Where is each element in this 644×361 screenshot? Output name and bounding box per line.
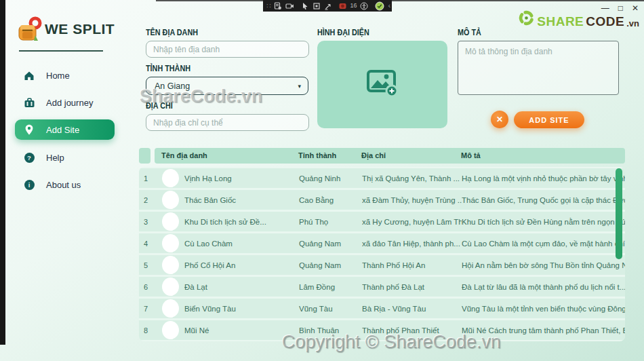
row-address: Thị xã Quảng Yên, Thành ... (362, 174, 462, 183)
address-label: ĐỊA CHỈ (146, 101, 173, 111)
address-input[interactable] (146, 114, 309, 131)
table-body: 1 Vịnh Hạ Long Quảng Ninh Thị xã Quảng Y… (139, 167, 625, 341)
row-thumbnail (160, 234, 184, 252)
row-name: Phố Cổ Hội An (184, 261, 299, 269)
table-row[interactable]: 2 Thác Bản Giốc Cao Bằng xã Đàm Thủy, hu… (139, 190, 625, 210)
row-index: 5 (139, 261, 160, 269)
row-description: Khu Di tích lịch sử Đền Hùng nằm trên ng… (462, 218, 625, 226)
row-name: Biển Vũng Tàu (184, 305, 299, 313)
row-index: 2 (139, 196, 160, 204)
image-upload-dropzone[interactable] (317, 41, 447, 128)
row-thumbnail (160, 169, 184, 187)
pin-arrow-icon[interactable] (324, 2, 332, 10)
column-header-address: Địa chỉ (361, 151, 386, 159)
row-name: Mũi Né (184, 326, 299, 335)
province-select[interactable]: An Giang ▾ (146, 77, 308, 95)
maximize-button[interactable]: □ (618, 3, 623, 13)
row-province: Quảng Nam (299, 240, 362, 248)
row-index: 7 (139, 305, 160, 313)
sidebar-item-label: Add Site (46, 125, 79, 135)
add-site-button[interactable]: ADD SITE (514, 111, 584, 128)
column-header-description: Mô tả (461, 151, 481, 159)
row-thumbnail (160, 278, 184, 296)
province-label: TỈNH THÀNH (146, 64, 190, 73)
sidebar-item-help[interactable]: ? Help (15, 147, 117, 168)
row-address: Bà Rịa - Vũng Tàu (362, 305, 462, 313)
row-province: Phú Thọ (299, 218, 362, 226)
row-address: xã đảo Tân Hiệp, thành ph... (362, 240, 462, 248)
table-row[interactable]: 8 Mũi Né Bình Thuận Thành phố Phan Thiết… (139, 320, 625, 340)
table-header-corner (139, 148, 150, 164)
row-description: Đà Lạt từ lâu đã là một thành phố du lịc… (462, 283, 625, 291)
row-index: 8 (139, 326, 160, 335)
map-pin-icon (22, 124, 37, 136)
toolbar-collapse-icon[interactable]: ‹ (388, 0, 390, 12)
row-address: Thành phố Đà Lạt (362, 283, 462, 291)
minimize-button[interactable]: — (601, 3, 609, 13)
sidebar-divider (19, 50, 103, 52)
close-icon: ✕ (496, 115, 503, 124)
report-settings-icon[interactable] (274, 2, 282, 10)
sidebar-item-label: Home (46, 71, 70, 81)
row-index: 1 (139, 174, 160, 183)
table-row[interactable]: 4 Cù Lao Chàm Quảng Nam xã đảo Tân Hiệp,… (139, 233, 625, 253)
row-description: Vũng Tàu là một tỉnh ven biển thuộc vùng… (462, 305, 625, 313)
app-title: WE SPLIT (45, 21, 115, 37)
cursor-icon[interactable] (301, 2, 309, 10)
row-thumbnail (160, 299, 184, 318)
accessibility-icon[interactable] (360, 2, 368, 10)
province-selected-value: An Giang (155, 81, 190, 91)
add-image-icon (366, 69, 399, 101)
brand-domain-text: .vn (626, 18, 639, 29)
sidebar-item-label: Add journey (46, 98, 93, 108)
row-thumbnail (160, 256, 184, 274)
window-top-edge (156, 0, 644, 1)
row-name: Thác Bản Giốc (184, 196, 299, 204)
table-row[interactable]: 7 Biển Vũng Tàu Vũng Tàu Bà Rịa - Vũng T… (139, 299, 625, 318)
record-icon[interactable] (339, 3, 346, 10)
row-description: Thác Bản Giốc, Trung Quốc gọi là cặp thá… (462, 196, 625, 204)
row-name: Vịnh Hạ Long (184, 174, 299, 183)
row-address: Thành Phố Hội An (362, 261, 462, 269)
row-description: Cù Lao Chàm là một cụm đảo, về mặt hành … (462, 240, 625, 248)
chevron-down-icon: ▾ (298, 83, 301, 90)
column-header-name: Tên địa danh (161, 151, 207, 159)
description-textarea[interactable] (458, 41, 619, 95)
row-province: Cao Bằng (299, 196, 362, 204)
avatar (162, 212, 179, 231)
window-left-edge (0, 0, 5, 345)
app-logo-backpack-icon (16, 16, 43, 46)
table-scrollbar[interactable] (616, 168, 622, 259)
brand-share-text: SHARE (537, 14, 584, 29)
region-select-icon[interactable] (313, 2, 321, 10)
sidebar-item-home[interactable]: Home (15, 65, 117, 86)
site-name-input[interactable] (146, 41, 309, 58)
app-window: ∷ 16 ‹ — □ ✕ SHARECODE.vn WE SPLI (0, 0, 644, 361)
cancel-button[interactable]: ✕ (491, 111, 508, 128)
avatar (162, 299, 179, 318)
help-icon: ? (22, 153, 37, 163)
confirm-check-icon[interactable] (375, 1, 384, 11)
table-row[interactable]: 3 Khu Di tích lịch sử Đề... Phú Thọ xã H… (139, 212, 625, 231)
sidebar-item-add-journey[interactable]: Add journey (15, 92, 117, 113)
toolbar-grip-icon[interactable]: ∷ (266, 0, 270, 12)
row-description: Hạ Long là một vịnh nhỏ thuộc phần bờ tâ… (462, 174, 625, 183)
row-province: Lâm Đồng (299, 283, 362, 291)
camera-icon[interactable] (285, 2, 294, 10)
table-row[interactable]: 1 Vịnh Hạ Long Quảng Ninh Thị xã Quảng Y… (139, 168, 625, 188)
recording-toolbar: ∷ 16 ‹ (263, 0, 392, 12)
table-row[interactable]: 6 Đà Lạt Lâm Đồng Thành phố Đà Lạt Đà Lạ… (139, 277, 625, 297)
sidebar-item-add-site[interactable]: Add Site (15, 119, 115, 140)
description-label: MÔ TẢ (458, 28, 481, 37)
row-address: xã Đàm Thủy, huyện Trùng ... (362, 196, 462, 204)
row-address: Thành phố Phan Thiết (362, 326, 462, 335)
sidebar-item-about-us[interactable]: i About us (15, 174, 117, 195)
image-label: HÌNH ĐẠI DIỆN (317, 28, 369, 37)
table-header: Tên địa danh Tỉnh thành Địa chỉ Mô tả (155, 148, 625, 164)
row-description: Mũi Né Cách trung tâm thành phố Phan Thi… (462, 326, 625, 335)
table-row[interactable]: 5 Phố Cổ Hội An Quảng Nam Thành Phố Hội … (139, 255, 625, 275)
row-index: 3 (139, 218, 160, 226)
row-address: xã Hy Cương, huyện Lâm Thao (362, 218, 462, 226)
recycle-icon (518, 10, 535, 29)
close-button[interactable]: ✕ (632, 3, 639, 13)
